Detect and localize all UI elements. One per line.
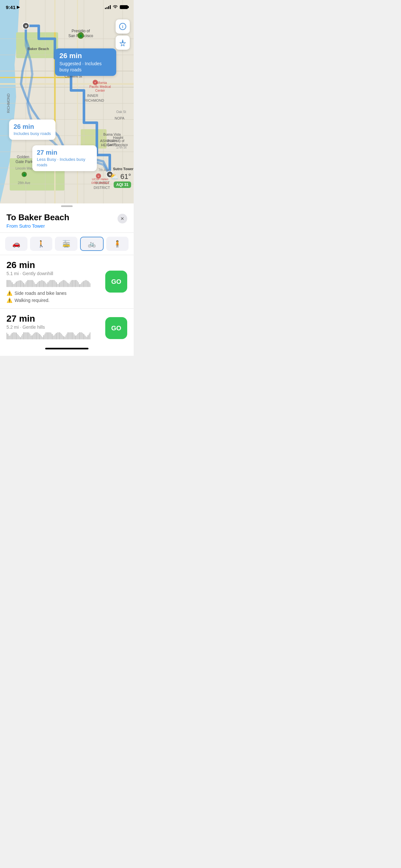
status-bar: 9:41 ▶ [0, 0, 134, 14]
callout-suggested[interactable]: 26 min Suggested · Includes busy roads [55, 49, 116, 76]
route-2-terrain: Gentle hills [23, 324, 45, 330]
warning-icon-2: ⚠️ [6, 298, 12, 303]
warning-1-text2: Walking required. [14, 298, 50, 303]
home-pill [45, 348, 89, 349]
aqi-badge: AQI 31 [114, 182, 131, 188]
map-area[interactable]: ★ ★ Baker Beach Presidio of San Francisc… [0, 0, 134, 204]
go-button-1[interactable]: GO [105, 271, 127, 292]
wifi-icon [113, 5, 118, 10]
svg-text:RICHMOND: RICHMOND [85, 98, 104, 102]
drag-handle[interactable] [0, 204, 134, 207]
warning-icon-1: ⚠️ [6, 290, 12, 296]
route-1-separator: · [20, 271, 23, 276]
svg-text:Oak St: Oak St [116, 110, 126, 114]
temperature: 61° [120, 173, 131, 181]
route-2-time: 27 min [6, 314, 90, 324]
svg-text:Center: Center [95, 89, 105, 92]
svg-text:Diller Medical: Diller Medical [91, 181, 109, 184]
map-info-button[interactable]: i [116, 20, 130, 34]
destination-info: To Baker Beach From Sutro Tower [6, 213, 69, 228]
svg-text:INNER: INNER [87, 94, 98, 97]
svg-text:i: i [122, 24, 123, 29]
route-1-time: 26 min [6, 260, 90, 270]
svg-text:RICHMOND: RICHMOND [6, 93, 10, 113]
route-2-details: 5.2 mi · Gentle hills [6, 324, 90, 330]
tab-drive[interactable]: 🚗 [5, 237, 27, 251]
callout-alt1-desc: Includes busy roads [13, 131, 51, 136]
weather-temp: ⛅ 61° [110, 173, 131, 181]
location-indicator: ▶ [17, 5, 20, 9]
route-2-separator: · [20, 324, 23, 330]
callout-suggested-time: 26 min [59, 52, 112, 60]
origin-info: From Sutro Tower [6, 223, 69, 228]
route-card-1[interactable]: 26 min 5.1 mi · Gently downhill ⚠️ Side … [0, 255, 134, 309]
route-2-info: 27 min 5.2 mi · Gentle hills [6, 314, 90, 343]
weather-widget: ⛅ 61° AQI 31 [110, 173, 131, 188]
route-2-distance: 5.2 mi [6, 324, 19, 330]
route-1-distance: 5.1 mi [6, 271, 19, 276]
close-button[interactable]: ✕ [118, 214, 127, 223]
walk-icon: 🚶 [37, 240, 45, 248]
svg-text:Baker Beach: Baker Beach [27, 47, 49, 51]
svg-text:7th Ave: 7th Ave [98, 168, 110, 172]
svg-text:DISTRICT: DISTRICT [94, 186, 110, 190]
route-1-details: 5.1 mi · Gently downhill [6, 271, 90, 276]
warning-1-text1: Side roads and bike lanes [14, 290, 66, 296]
route-1-info: 26 min 5.1 mi · Gently downhill ⚠️ Side … [6, 260, 90, 303]
svg-text:NOPA: NOPA [115, 116, 125, 120]
svg-text:Gate Park: Gate Park [16, 159, 33, 164]
route-1-terrain: Gently downhill [23, 271, 53, 276]
callout-alt2[interactable]: 27 min Less Busy · Includes busy roads [32, 145, 97, 171]
svg-text:Pacific Medical: Pacific Medical [89, 85, 111, 89]
svg-rect-3 [16, 32, 58, 58]
tab-walk[interactable]: 🚶 [30, 237, 52, 251]
callout-alt1[interactable]: 26 min Includes busy roads [9, 120, 56, 140]
battery-icon [120, 5, 128, 9]
elevation-chart-1 [6, 279, 90, 287]
elevation-chart-2 [6, 333, 90, 339]
home-indicator-area [0, 345, 134, 356]
weather-icon: ⛅ [110, 173, 119, 181]
svg-text:+: + [94, 81, 96, 84]
status-time: 9:41 ▶ [6, 4, 20, 10]
svg-text:Golden: Golden [17, 155, 29, 159]
drive-icon: 🚗 [12, 240, 20, 248]
rideshare-icon: 🧍 [113, 240, 121, 248]
tab-transit[interactable]: 🚋 [55, 237, 77, 251]
panel-header: To Baker Beach From Sutro Tower ✕ [0, 207, 134, 233]
svg-text:28th Ave: 28th Ave [18, 181, 30, 185]
transport-tabs: 🚗 🚶 🚋 🚲 🧍 [0, 233, 134, 255]
route-card-2[interactable]: 27 min 5.2 mi · Gentle hills GO [0, 309, 134, 345]
svg-text:San Francisco: San Francisco [107, 143, 128, 147]
svg-text:★: ★ [25, 24, 28, 28]
svg-text:Lincoln Way: Lincoln Way [16, 166, 33, 170]
drag-pill [61, 206, 73, 207]
from-label: From [6, 223, 18, 228]
svg-text:Sutro Tower: Sutro Tower [113, 167, 134, 171]
callout-alt2-desc: Less Busy · Includes busy roads [37, 157, 92, 168]
warning-1-row2: ⚠️ Walking required. [6, 298, 90, 303]
svg-text:🌲: 🌲 [79, 34, 83, 38]
tab-bike[interactable]: 🚲 [80, 237, 104, 251]
callout-suggested-desc: Suggested · Includes busy roads [59, 61, 112, 72]
svg-text:University of: University of [106, 139, 124, 143]
transit-icon: 🚋 [62, 240, 70, 248]
bottom-panel: To Baker Beach From Sutro Tower ✕ 🚗 🚶 🚋 … [0, 207, 134, 345]
tab-rideshare[interactable]: 🧍 [106, 237, 128, 251]
svg-text:🌲: 🌲 [23, 173, 27, 177]
svg-text:UCSF Helen: UCSF Helen [92, 178, 109, 181]
callout-alt1-time: 26 min [13, 123, 51, 130]
status-icons [105, 5, 128, 10]
locate-button[interactable] [116, 35, 130, 50]
bike-icon: 🚲 [88, 240, 96, 248]
callout-alt2-time: 27 min [37, 149, 92, 156]
origin-link[interactable]: Sutro Tower [19, 223, 45, 228]
destination-title: To Baker Beach [6, 213, 69, 222]
svg-text:Buena Vista: Buena Vista [103, 133, 121, 136]
time-text: 9:41 [6, 4, 16, 10]
warning-1-row1: ⚠️ Side roads and bike lanes [6, 290, 90, 296]
signal-icon [105, 5, 111, 9]
go-button-2[interactable]: GO [105, 317, 127, 339]
